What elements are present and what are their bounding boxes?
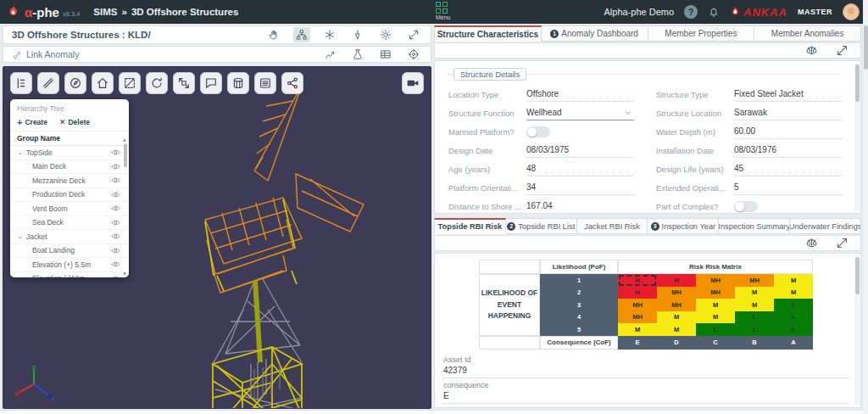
text-input[interactable]: Offshore (526, 87, 634, 102)
delete-button[interactable]: ✕Delete (59, 118, 90, 126)
list-button[interactable] (254, 72, 276, 94)
risk-cell-4-A[interactable]: L (774, 311, 813, 324)
flask-button[interactable] (349, 47, 366, 62)
risk-cell-5-D[interactable]: M (657, 323, 696, 336)
risk-cell-5-A[interactable]: L (774, 323, 813, 336)
visibility-eye-icon[interactable] (111, 274, 120, 277)
text-input[interactable]: Fixed Steel Jacket (734, 87, 842, 102)
text-input[interactable]: 45 (734, 161, 842, 176)
tab-inspection-year[interactable]: 3Inspection Year (648, 218, 719, 234)
transform-button[interactable] (173, 72, 195, 94)
nodes-button[interactable] (281, 72, 303, 94)
text-input[interactable]: 34 (526, 180, 634, 195)
visibility-eye-icon[interactable] (111, 162, 120, 171)
create-button[interactable]: +Create (17, 118, 47, 126)
tree-item-elevation-10m[interactable]: Elevation (-)10m (10, 272, 129, 278)
risk-cell-3-B[interactable]: M (735, 299, 774, 311)
tab-structure-characteristics[interactable]: Structure Characteristics (434, 25, 542, 42)
risk-cell-2-D[interactable]: MH (657, 287, 696, 299)
elevation-button[interactable] (10, 72, 32, 94)
risk-cell-3-E[interactable]: MH (618, 299, 657, 311)
risk-cell-3-C[interactable]: M (696, 299, 735, 311)
visibility-eye-icon[interactable] (111, 176, 120, 185)
visibility-eye-icon[interactable] (111, 190, 120, 199)
risk-cell-4-C[interactable]: M (696, 311, 735, 324)
risk-cell-3-D[interactable]: MH (657, 299, 696, 311)
select-input[interactable]: Wellhead (526, 105, 634, 120)
tree-item-mezzanine-deck[interactable]: Mezzanine Deck (10, 174, 129, 188)
risk-cell-1-C[interactable]: MH (696, 274, 735, 287)
tab-anomaly-dashboard[interactable]: 1Anomaly Dashboard (542, 25, 648, 42)
tab-member-anomalies[interactable]: Member Anomalies (754, 25, 861, 42)
tab-member-properties[interactable]: Member Properties (648, 25, 755, 42)
text-input[interactable]: 60.00 (734, 124, 842, 139)
risk-field-value[interactable]: 42379 (443, 364, 849, 378)
tree-item-production-deck[interactable]: Production Deck (10, 188, 129, 203)
chart-line-button[interactable] (321, 47, 338, 62)
tree-scrollbar[interactable] (122, 138, 128, 276)
chevron-down-icon[interactable] (17, 232, 24, 241)
tab-jacket-rbi-risk[interactable]: Jacket RBI Risk (577, 218, 648, 234)
account-label[interactable]: Alpha-phe Demo (604, 7, 674, 17)
risk-cell-3-A[interactable]: L (774, 299, 813, 311)
visibility-eye-icon[interactable] (111, 232, 120, 241)
risk-cell-2-A[interactable]: M (774, 287, 813, 299)
tab-inspection-summary[interactable]: Inspection Summary (719, 218, 790, 234)
camera-button[interactable] (402, 72, 424, 94)
risk-cell-5-C[interactable]: L (696, 323, 735, 336)
text-input[interactable]: 48 (526, 161, 634, 176)
bell-icon[interactable] (708, 4, 720, 20)
expand-button[interactable] (833, 236, 850, 251)
risk-cell-5-B[interactable]: L (735, 323, 774, 336)
risk-cell-2-E[interactable]: H (618, 287, 657, 299)
tree-item-vent-boom[interactable]: Vent Boom (10, 202, 129, 216)
visibility-eye-icon[interactable] (111, 204, 120, 213)
text-input[interactable]: 08/03/1976 (734, 143, 842, 158)
chevron-down-icon[interactable] (17, 148, 24, 157)
expand-button[interactable] (405, 27, 422, 42)
text-input[interactable]: 167.04 (526, 199, 634, 214)
cylinder-button[interactable] (227, 72, 249, 94)
visibility-eye-icon[interactable] (111, 218, 120, 227)
risk-cell-4-E[interactable]: MH (618, 311, 657, 324)
page-scrollbar[interactable] (863, 0, 868, 414)
home-button[interactable] (92, 72, 114, 94)
tab-topside-rbi-risk[interactable]: Topside RBI Risk (434, 218, 506, 234)
comment-button[interactable] (200, 72, 222, 94)
menu-button[interactable]: Menu (436, 2, 461, 20)
expand-button[interactable] (833, 43, 850, 59)
help-icon[interactable]: ? (684, 5, 698, 19)
measure-button[interactable] (37, 72, 59, 94)
risk-cell-2-B[interactable]: M (735, 287, 774, 299)
scale-button[interactable] (803, 236, 820, 251)
compass-button[interactable] (64, 72, 86, 94)
tree-item-topside[interactable]: TopSide (10, 146, 129, 160)
hand-button[interactable] (265, 27, 282, 42)
text-input[interactable]: 5 (734, 180, 842, 195)
scale-button[interactable] (803, 43, 820, 59)
details-scrollbar[interactable] (854, 63, 860, 211)
risk-cell-1-B[interactable]: MH (735, 274, 774, 287)
table-button[interactable] (377, 47, 394, 62)
risk-field-value[interactable]: E (443, 389, 849, 404)
risk-cell-4-B[interactable]: L (735, 311, 774, 324)
text-input[interactable]: Sarawak (734, 105, 842, 120)
toggle-off[interactable] (526, 126, 550, 137)
text-input[interactable]: 08/03/1975 (526, 143, 634, 158)
risk-cell-5-E[interactable]: M (618, 323, 657, 336)
tree-item-elevation-5-5m[interactable]: Elevation (+) 5.5m (10, 258, 129, 272)
avatar[interactable] (843, 3, 860, 20)
tree-item-boat-landing[interactable]: Boat Landing (10, 244, 129, 259)
visibility-eye-icon[interactable] (111, 148, 120, 157)
snowflake-button[interactable] (321, 27, 338, 42)
gear-button[interactable] (377, 27, 394, 42)
3d-viewport[interactable]: Hierarchy Tree +Create ✕Delete Group Nam… (3, 66, 431, 409)
risk-cell-1-D[interactable]: H (657, 274, 696, 287)
risk-cell-1-A[interactable]: M (774, 274, 813, 287)
visibility-eye-icon[interactable] (111, 246, 120, 255)
visibility-eye-icon[interactable] (111, 260, 120, 269)
risk-scrollbar[interactable] (854, 255, 860, 406)
link-anomaly-label[interactable]: Link Anomaly (26, 49, 79, 59)
section-button[interactable] (119, 72, 141, 94)
tree-item-main-deck[interactable]: Main Deck (10, 160, 129, 175)
